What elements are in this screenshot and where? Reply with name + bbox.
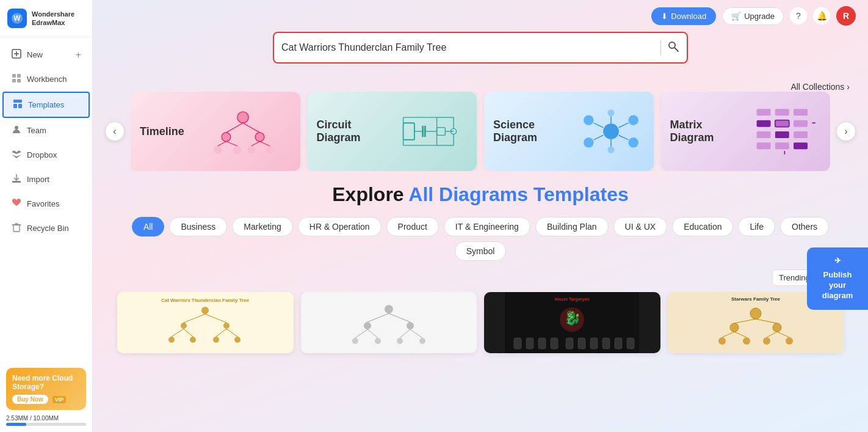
template-card-cat-warriors[interactable]: Cat Warriors Thunderclan Family Tree <box>117 292 294 353</box>
filter-tab-others[interactable]: Others <box>780 217 829 236</box>
sidebar-navigation: New + Workbench Templates Team <box>0 37 92 362</box>
svg-point-95 <box>352 338 358 344</box>
sidebar-item-favorites[interactable]: Favorites <box>2 192 90 216</box>
sort-row: Trending Newest Most Popular <box>111 269 850 292</box>
sidebar-item-templates[interactable]: Templates <box>2 92 90 118</box>
cart-icon: 🛒 <box>731 12 741 21</box>
filter-tab-building-plan[interactable]: Building Plan <box>535 217 609 236</box>
carousel-label-science-diagram: Science Diagram <box>493 119 571 144</box>
filter-tab-business[interactable]: Business <box>169 217 227 236</box>
filter-tab-marketing[interactable]: Marketing <box>232 217 292 236</box>
svg-line-55 <box>593 123 603 127</box>
carousel-next-button[interactable]: › <box>836 122 856 141</box>
sidebar-item-label-team: Team <box>27 126 46 135</box>
svg-line-29 <box>251 142 260 146</box>
svg-marker-14 <box>12 155 21 158</box>
filter-tab-ui-ux[interactable]: UI & UX <box>613 217 668 236</box>
svg-text:W: W <box>13 14 21 23</box>
workbench-icon <box>11 73 22 85</box>
svg-point-48 <box>603 123 619 139</box>
filter-tab-product[interactable]: Product <box>386 217 439 236</box>
svg-point-124 <box>718 337 726 345</box>
filter-tab-all[interactable]: All <box>132 217 165 236</box>
sidebar-item-workbench[interactable]: Workbench <box>2 67 90 91</box>
carousel-item-matrix-diagram[interactable]: Matrix Diagram <box>661 92 831 171</box>
all-collections-link[interactable]: All Collections › <box>790 82 850 92</box>
sidebar-item-label-favorites: Favorites <box>27 199 59 208</box>
carousel-prev-button[interactable]: ‹ <box>105 122 125 141</box>
vip-badge: VIP <box>52 396 67 403</box>
explore-section: Explore All Diagrams Templates All Busin… <box>93 171 868 365</box>
filter-tab-it-engineering[interactable]: IT & Engineering <box>444 217 530 236</box>
download-button[interactable]: ⬇ Download <box>651 7 716 25</box>
svg-rect-116 <box>602 338 610 349</box>
svg-rect-118 <box>627 338 634 349</box>
dropbox-icon <box>11 149 22 161</box>
svg-point-82 <box>190 337 196 343</box>
svg-line-57 <box>593 135 603 139</box>
svg-rect-71 <box>757 142 771 149</box>
publish-diagram-button[interactable]: ✈ Publish your diagram <box>807 247 868 310</box>
svg-rect-31 <box>403 123 414 140</box>
svg-point-126 <box>763 337 770 345</box>
cloud-storage-title: Need more Cloud Storage? <box>12 374 80 391</box>
help-button[interactable]: ? <box>790 7 807 24</box>
filter-tabs: All Business Marketing HR & Operation Pr… <box>111 217 850 261</box>
filter-tab-symbol[interactable]: Symbol <box>455 241 507 261</box>
avatar-button[interactable]: R <box>836 6 856 26</box>
svg-point-83 <box>213 337 219 343</box>
svg-point-84 <box>234 337 241 343</box>
template-card-img-cat-family-2 <box>301 292 477 353</box>
template-card-img-cat-warriors: Cat Warriors Thunderclan Family Tree <box>117 292 294 353</box>
templates-grid: Cat Warriors Thunderclan Family Tree <box>111 292 850 365</box>
svg-rect-109 <box>514 338 521 349</box>
search-input[interactable] <box>281 42 654 53</box>
templates-icon <box>12 99 23 111</box>
template-card-cat-family-2[interactable] <box>301 292 477 353</box>
carousel-item-timeline[interactable]: Timeline <box>131 92 300 171</box>
filter-tab-hr-operation[interactable]: HR & Operation <box>298 217 382 236</box>
svg-rect-91 <box>322 292 456 353</box>
svg-rect-11 <box>18 104 22 108</box>
template-card-house-targaryen[interactable]: House Targaryen 🐉 <box>484 292 660 353</box>
svg-point-121 <box>750 308 761 319</box>
filter-tab-education[interactable]: Education <box>672 217 733 236</box>
svg-rect-66 <box>794 120 808 127</box>
svg-point-51 <box>584 137 594 148</box>
svg-rect-115 <box>590 338 598 349</box>
sidebar-item-new[interactable]: New + <box>2 43 90 67</box>
svg-point-49 <box>584 115 594 125</box>
carousel-container: ‹ Timeline <box>93 92 868 171</box>
svg-rect-37 <box>437 128 446 136</box>
import-icon <box>11 174 22 185</box>
sidebar: W Wondershare EdrawMax New + Workbench <box>0 0 93 432</box>
svg-rect-64 <box>757 120 771 127</box>
carousel-item-circuit-diagram[interactable]: Circuit Diagram <box>308 92 477 171</box>
svg-point-94 <box>407 322 414 329</box>
sidebar-item-label-workbench: Workbench <box>27 75 67 84</box>
svg-line-28 <box>226 142 237 146</box>
notification-button[interactable]: 🔔 <box>813 7 830 24</box>
carousel-item-science-diagram[interactable]: Science Diagram <box>484 92 654 171</box>
storage-bar-container: 2.53MM / 10.00MM <box>6 415 86 426</box>
sidebar-item-import[interactable]: Import <box>2 167 90 191</box>
search-container <box>93 32 868 76</box>
sidebar-item-recycle-bin[interactable]: Recycle Bin <box>2 216 90 240</box>
svg-point-80 <box>223 323 230 329</box>
main-content: ⬇ Download 🛒 Upgrade ? 🔔 R All Collectio… <box>93 0 868 432</box>
sidebar-item-dropbox[interactable]: Dropbox <box>2 143 90 167</box>
svg-point-52 <box>628 137 638 148</box>
svg-point-54 <box>607 147 614 153</box>
buy-now-button[interactable]: Buy Now <box>12 395 48 404</box>
sidebar-item-team[interactable]: Team <box>2 119 90 142</box>
app-logo: W Wondershare EdrawMax <box>0 0 92 37</box>
upgrade-button[interactable]: 🛒 Upgrade <box>722 7 784 25</box>
svg-point-21 <box>214 146 222 154</box>
filter-tab-life[interactable]: Life <box>738 217 775 236</box>
science-visual <box>577 104 645 159</box>
svg-point-50 <box>628 115 638 125</box>
svg-line-58 <box>618 135 628 139</box>
cloud-storage-card: Need more Cloud Storage? Buy Now VIP <box>6 368 86 410</box>
svg-line-27 <box>218 142 226 146</box>
search-button[interactable] <box>667 40 679 56</box>
